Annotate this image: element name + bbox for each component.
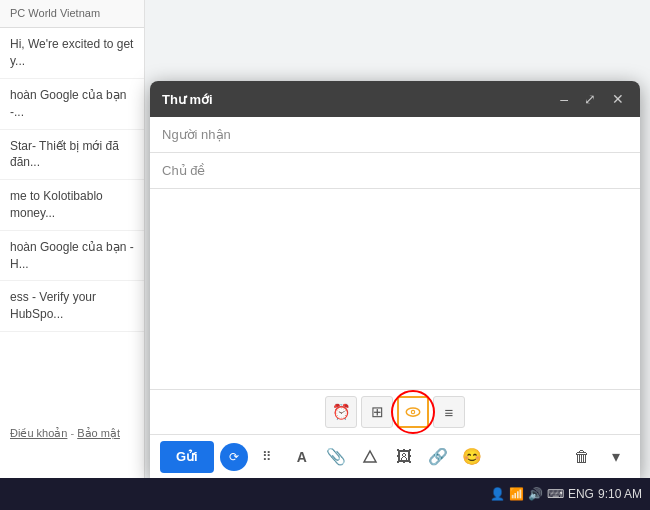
compose-window: Thư mới – ⤢ ✕ Người nhận Chủ đề ⏰ ⊞ xyxy=(150,81,640,478)
photo-button[interactable]: 🖼 xyxy=(390,443,418,471)
footer-links: Điều khoản - Bảo mật xyxy=(10,427,120,440)
list-item: PC World Vietnam xyxy=(0,0,144,28)
confidential-button[interactable] xyxy=(397,396,429,428)
list-item[interactable]: Star- Thiết bị mới đã đăn... xyxy=(0,130,144,181)
clock-icon: ⏰ xyxy=(332,403,351,421)
taskbar: 👤 📶 🔊 ⌨ ENG 9:10 AM xyxy=(0,478,650,510)
subject-field[interactable]: Chủ đề xyxy=(150,153,640,189)
user-icon: 👤 xyxy=(490,487,505,501)
format-text-icon: A xyxy=(297,449,307,465)
grid-button[interactable]: ⊞ xyxy=(361,396,393,428)
more-chevron-button[interactable]: ▾ xyxy=(602,443,630,471)
confidential-button-container xyxy=(397,396,429,428)
link-button[interactable]: 🔗 xyxy=(424,443,452,471)
list-item[interactable]: ess - Verify your HubSpo... xyxy=(0,281,144,332)
more-options-button[interactable]: ⠿ xyxy=(254,443,282,471)
svg-point-2 xyxy=(412,411,414,413)
language-label: ENG xyxy=(568,487,594,501)
terms-link[interactable]: Điều khoản xyxy=(10,427,67,439)
toolbar-popup: ⏰ ⊞ ≡ xyxy=(150,389,640,434)
format-text-button[interactable]: A xyxy=(288,443,316,471)
link-icon: 🔗 xyxy=(428,447,448,466)
list-item[interactable]: Hi, We're excited to get y... xyxy=(0,28,144,79)
bottom-toolbar: Gửi ⟳ ⠿ A 📎 🖼 🔗 � xyxy=(150,434,640,478)
clock-display: 9:10 AM xyxy=(598,487,642,501)
list-item[interactable]: hoàn Google của bạn - H... xyxy=(0,231,144,282)
close-button[interactable]: ✕ xyxy=(608,89,628,109)
taskbar-right: 👤 📶 🔊 ⌨ ENG 9:10 AM xyxy=(490,487,642,501)
recipient-input[interactable] xyxy=(242,127,628,142)
trash-button[interactable]: 🗑 xyxy=(568,443,596,471)
trash-icon: 🗑 xyxy=(574,448,590,466)
recipient-label: Người nhận xyxy=(162,127,242,142)
attach-icon: 📎 xyxy=(326,447,346,466)
drive-button[interactable] xyxy=(356,443,384,471)
compose-title: Thư mới xyxy=(162,92,213,107)
subject-input[interactable] xyxy=(242,163,628,178)
volume-icon: 🔊 xyxy=(528,487,543,501)
list-icon: ≡ xyxy=(445,404,454,421)
email-list: PC World Vietnam Hi, We're excited to ge… xyxy=(0,0,145,480)
send-options-button[interactable]: ⟳ xyxy=(220,443,248,471)
compose-header: Thư mới – ⤢ ✕ xyxy=(150,81,640,117)
list-button[interactable]: ≡ xyxy=(433,396,465,428)
keyboard-icon: ⌨ xyxy=(547,487,564,501)
list-item[interactable]: me to Kolotibablo money... xyxy=(0,180,144,231)
emoji-icon: 😊 xyxy=(462,447,482,466)
list-item[interactable]: hoàn Google của bạn -... xyxy=(0,79,144,130)
send-options-icon: ⟳ xyxy=(229,450,239,464)
photo-icon: 🖼 xyxy=(396,448,412,466)
svg-marker-3 xyxy=(364,451,376,462)
attach-button[interactable]: 📎 xyxy=(322,443,350,471)
compose-header-icons: – ⤢ ✕ xyxy=(556,89,628,109)
expand-button[interactable]: ⤢ xyxy=(580,89,600,109)
chevron-down-icon: ▾ xyxy=(612,447,620,466)
recipient-field[interactable]: Người nhận xyxy=(150,117,640,153)
subject-label: Chủ đề xyxy=(162,163,242,178)
emoji-button[interactable]: 😊 xyxy=(458,443,486,471)
dots-grid-icon: ⠿ xyxy=(262,450,273,463)
send-button[interactable]: Gửi xyxy=(160,441,214,473)
privacy-link[interactable]: Bảo mật xyxy=(77,427,120,439)
minimize-button[interactable]: – xyxy=(556,89,572,109)
grid-icon: ⊞ xyxy=(371,403,384,421)
compose-body[interactable] xyxy=(150,189,640,389)
drive-icon xyxy=(362,449,378,465)
schedule-button[interactable]: ⏰ xyxy=(325,396,357,428)
network-icon: 📶 xyxy=(509,487,524,501)
eye-icon xyxy=(404,403,422,421)
